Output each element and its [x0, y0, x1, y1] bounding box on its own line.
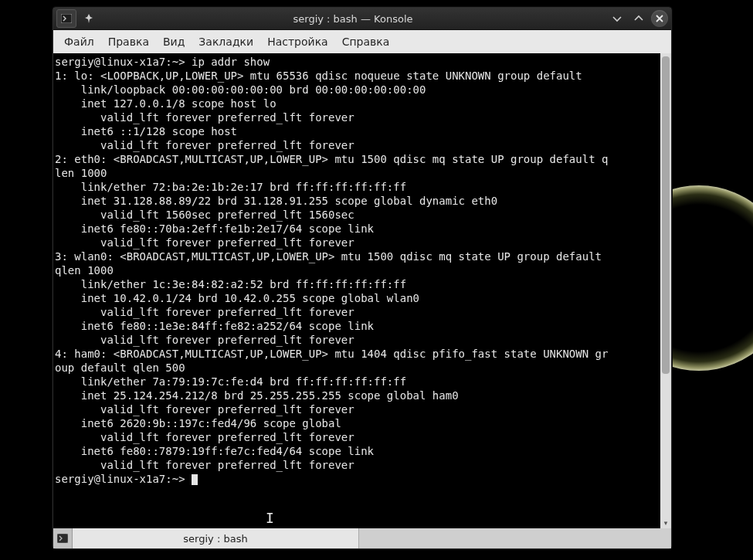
konsole-window: sergiy : bash — Konsole Файл Правка Вид: [53, 7, 672, 549]
menu-settings[interactable]: Настройка: [261, 33, 334, 50]
terminal-icon: [61, 14, 72, 23]
close-icon: [655, 14, 664, 23]
menu-view[interactable]: Вид: [157, 33, 191, 50]
titlebar-newtab-button[interactable]: [56, 9, 76, 28]
terminal-icon: [57, 534, 68, 543]
chevron-down-icon: [611, 12, 623, 25]
scrollbar-thumb[interactable]: [662, 56, 670, 374]
tabbar-newtab-button[interactable]: [53, 528, 73, 548]
menu-help[interactable]: Справка: [336, 33, 396, 50]
menu-file[interactable]: Файл: [58, 33, 100, 50]
terminal-cursor: [192, 474, 198, 485]
pin-icon: [83, 13, 94, 24]
menubar: Файл Правка Вид Закладки Настройка Справ…: [53, 30, 671, 53]
pin-button[interactable]: [80, 10, 98, 27]
window-title: sergiy : bash — Konsole: [98, 13, 608, 25]
minimize-button[interactable]: [608, 10, 626, 27]
tab-bar: sergiy : bash: [53, 528, 671, 548]
scrollbar[interactable]: ▴ ▾: [660, 53, 671, 528]
svg-rect-2: [57, 534, 68, 543]
scroll-down-icon[interactable]: ▾: [660, 518, 671, 528]
menu-edit[interactable]: Правка: [102, 33, 155, 50]
titlebar[interactable]: sergiy : bash — Konsole: [53, 8, 671, 30]
tab-active[interactable]: sergiy : bash: [73, 528, 359, 548]
chevron-up-icon: [633, 12, 645, 25]
svg-rect-1: [61, 14, 72, 23]
tab-label: sergiy : bash: [183, 533, 247, 545]
menu-bookmarks[interactable]: Закладки: [192, 33, 259, 50]
maximize-button[interactable]: [629, 10, 648, 27]
terminal[interactable]: sergiy@linux-x1a7:~> ip addr show 1: lo:…: [53, 53, 660, 528]
close-button[interactable]: [651, 10, 668, 27]
terminal-area: sergiy@linux-x1a7:~> ip addr show 1: lo:…: [53, 53, 671, 528]
